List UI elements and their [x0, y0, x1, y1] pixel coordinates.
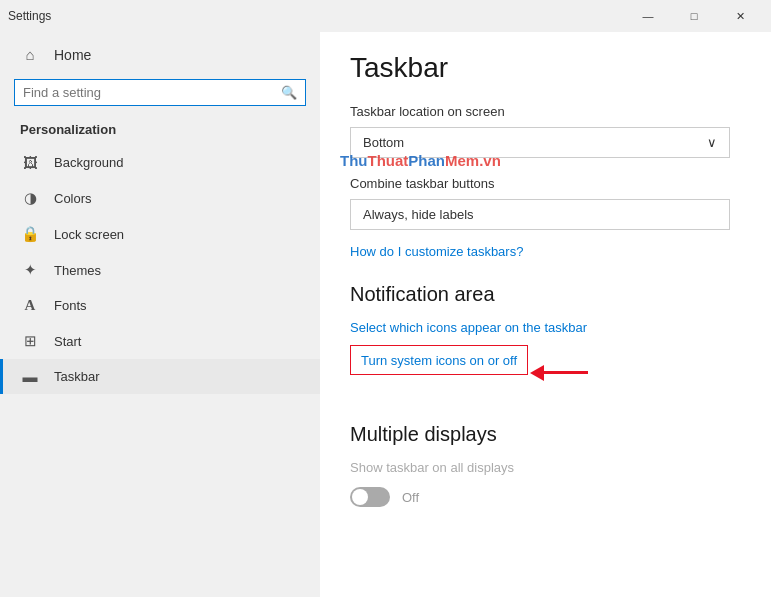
themes-icon: ✦ [20, 261, 40, 279]
search-icon: 🔍 [281, 85, 297, 100]
search-box[interactable]: 🔍 [14, 79, 306, 106]
title-bar: Settings — □ ✕ [0, 0, 771, 32]
sidebar-section-label: Personalization [0, 116, 320, 145]
system-icons-link[interactable]: Turn system icons on or off [361, 353, 517, 368]
window-controls: — □ ✕ [625, 0, 763, 32]
select-icons-link[interactable]: Select which icons appear on the taskbar [350, 320, 741, 335]
sidebar-item-label: Lock screen [54, 227, 124, 242]
multiple-displays-heading: Multiple displays [350, 423, 741, 446]
toggle-row: Off [350, 487, 741, 507]
colors-icon: ◑ [20, 189, 40, 207]
combine-label: Combine taskbar buttons [350, 176, 741, 191]
start-icon: ⊞ [20, 332, 40, 350]
sidebar-item-start[interactable]: ⊞ Start [0, 323, 320, 359]
sidebar-item-lock-screen[interactable]: 🔒 Lock screen [0, 216, 320, 252]
taskbar-location-dropdown[interactable]: Bottom ∨ [350, 127, 730, 158]
sidebar-item-fonts[interactable]: A Fonts [0, 288, 320, 323]
sidebar-item-background[interactable]: 🖼 Background [0, 145, 320, 180]
sidebar-item-label: Background [54, 155, 123, 170]
minimize-button[interactable]: — [625, 0, 671, 32]
background-icon: 🖼 [20, 154, 40, 171]
sidebar-item-label: Taskbar [54, 369, 100, 384]
app-container: ⌂ Home 🔍 Personalization 🖼 Background ◑ … [0, 32, 771, 597]
notification-area-heading: Notification area [350, 283, 741, 306]
sidebar-item-colors[interactable]: ◑ Colors [0, 180, 320, 216]
app-title: Settings [8, 9, 625, 23]
home-icon: ⌂ [20, 46, 40, 63]
toggle-thumb [352, 489, 368, 505]
show-taskbar-label: Show taskbar on all displays [350, 460, 741, 475]
page-title: Taskbar [350, 52, 741, 84]
chevron-down-icon: ∨ [707, 135, 717, 150]
content-area: ThuThuatPhanMem.vn Taskbar Taskbar locat… [320, 32, 771, 597]
sidebar-item-themes[interactable]: ✦ Themes [0, 252, 320, 288]
close-button[interactable]: ✕ [717, 0, 763, 32]
sidebar-item-label: Themes [54, 263, 101, 278]
show-taskbar-toggle[interactable] [350, 487, 390, 507]
toggle-state-label: Off [402, 490, 419, 505]
sidebar-item-taskbar[interactable]: ▬ Taskbar [0, 359, 320, 394]
combine-value: Always, hide labels [350, 199, 730, 230]
taskbar-location-label: Taskbar location on screen [350, 104, 741, 119]
system-icons-link-wrapper: Turn system icons on or off [350, 345, 528, 375]
arrow-annotation [544, 371, 588, 374]
sidebar-item-label: Fonts [54, 298, 87, 313]
maximize-button[interactable]: □ [671, 0, 717, 32]
sidebar: ⌂ Home 🔍 Personalization 🖼 Background ◑ … [0, 32, 320, 597]
sidebar-home-label: Home [54, 47, 91, 63]
sidebar-item-home[interactable]: ⌂ Home [0, 36, 320, 73]
taskbar-location-value: Bottom [363, 135, 404, 150]
lock-icon: 🔒 [20, 225, 40, 243]
sidebar-item-label: Colors [54, 191, 92, 206]
sidebar-item-label: Start [54, 334, 81, 349]
customize-link[interactable]: How do I customize taskbars? [350, 244, 741, 259]
fonts-icon: A [20, 297, 40, 314]
taskbar-icon: ▬ [20, 368, 40, 385]
search-input[interactable] [23, 85, 275, 100]
